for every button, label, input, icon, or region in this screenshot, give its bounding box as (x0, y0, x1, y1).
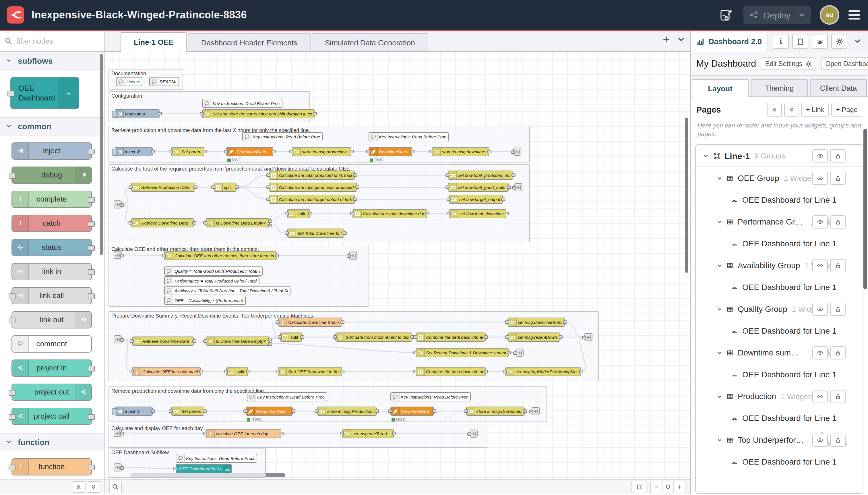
lock-toggle-button[interactable] (830, 259, 846, 272)
change-node[interactable]: set msg.recentDowntime (507, 332, 560, 342)
tree-widget-row[interactable]: OEE Dashboard for Line 1 (696, 276, 863, 298)
comment-node[interactable]: Key Instructions: Read Before Proceeding (202, 99, 282, 108)
tree-group-row[interactable]: Production 1 Widgets (696, 385, 863, 407)
ai-assistant-icon[interactable] (718, 7, 734, 23)
tree-widget-row[interactable]: OEE Dashboard for Line 1 (696, 189, 863, 211)
chevron-down-icon[interactable] (716, 437, 723, 443)
split-node[interactable]: split (287, 209, 310, 218)
comment-node[interactable]: Key Instructions: Read Before Proceeding (368, 132, 449, 141)
switch-node[interactable]: Is Downtime Data Empty? (206, 218, 270, 227)
inject-node[interactable]: inject ↺ (115, 407, 153, 416)
add-flow-button[interactable] (662, 36, 670, 43)
link-out-node[interactable] (585, 333, 592, 341)
palette-node-catch[interactable]: !catch (12, 215, 92, 232)
change-node[interactable]: Retrieve Production Data (131, 183, 195, 192)
change-node[interactable]: set flow.total_good_units (448, 183, 509, 192)
add-page-button[interactable]: +Page (831, 103, 862, 117)
palette-node-project-in[interactable]: project in (12, 359, 92, 376)
change-node[interactable]: store in msg.production_data (292, 147, 351, 156)
join-node[interactable]: Combine the data back into an array. (416, 367, 486, 376)
tree-widget-row[interactable]: OEE Dashboard for Line 1 (696, 363, 863, 385)
navigator-toggle-button[interactable] (631, 480, 646, 493)
add-link-button[interactable]: ++ LinkLink (801, 103, 829, 117)
flow-group[interactable]: Calculate and display OEE for each day. (108, 424, 487, 448)
palette-node-link-out[interactable]: link out (12, 311, 92, 328)
lock-toggle-button[interactable] (830, 149, 846, 162)
palette-node-complete[interactable]: !complete (12, 190, 92, 208)
data-node[interactable]: ProductionData (246, 407, 293, 416)
link-out-node[interactable] (514, 183, 522, 191)
palette-node-inject[interactable]: inject (12, 142, 92, 159)
tree-group-row[interactable]: Top Underperformi... 1Widgets (696, 429, 863, 451)
split-node[interactable]: split (226, 367, 248, 376)
change-node[interactable]: Set and store the current line and shift… (202, 109, 315, 118)
link-in-node[interactable] (114, 463, 122, 472)
comment-node[interactable]: README (149, 77, 179, 86)
tree-widget-row[interactable]: OEE Dashboard for Line 1 (696, 451, 863, 473)
comment-node[interactable]: Performance = Total Produced Units / Tot… (164, 276, 259, 285)
subflow-node[interactable]: OEE Dashboard for Line 1 (176, 464, 232, 473)
chevron-down-icon[interactable] (716, 349, 723, 356)
change-node[interactable]: store in msg.DowntimeData (466, 407, 525, 416)
chevron-down-icon[interactable] (716, 262, 723, 269)
layout-tree[interactable]: Line-1 9 Groups OEE Group 1 Widgets OEE … (695, 144, 863, 494)
change-node[interactable]: set msg.downtimeSummery (507, 318, 565, 327)
flow-group[interactable]: Retrieve production and downtime data fr… (108, 126, 530, 163)
chevron-down-icon[interactable] (703, 152, 709, 159)
canvas-search-button[interactable] (109, 480, 122, 493)
help-tab-button[interactable] (792, 34, 808, 49)
split-node[interactable]: split (280, 332, 302, 342)
change-node[interactable]: Calculate OEE and other metrics, then st… (164, 251, 277, 260)
comment-node[interactable]: Availavity = (Total Shift Duration - Tot… (164, 286, 291, 295)
tree-group-row[interactable]: OEE Group 1 Widgets (696, 167, 863, 189)
palette-node-OEE-Dashboard[interactable]: OEEDashboard (10, 76, 79, 109)
data-node[interactable]: ProductionData (226, 147, 273, 156)
link-in-node[interactable] (114, 251, 122, 259)
deploy-button[interactable]: Deploy (744, 6, 811, 24)
visibility-toggle-button[interactable] (812, 171, 828, 185)
data-node[interactable]: DowntimeData (390, 407, 434, 416)
zoom-in-button[interactable] (673, 480, 685, 493)
comment-node[interactable]: Key Instructions: Read Before Proceeding (242, 132, 323, 141)
tab-dashboard-2-0[interactable]: Dashboard 2.0 (691, 31, 768, 52)
chevron-down-icon[interactable] (716, 175, 723, 181)
sort-node[interactable]: Sort OEE from worst to best (278, 367, 342, 376)
palette-node-comment[interactable]: comment (12, 335, 92, 352)
lock-toggle-button[interactable] (830, 433, 846, 446)
flow-group[interactable]: Retrieve production and downtime data fr… (108, 387, 547, 422)
visibility-toggle-button[interactable] (812, 302, 828, 315)
flow-tab-Simulated-Data-Generation[interactable]: Simulated Data Generation (312, 33, 428, 51)
function-node[interactable]: fCalculate Downtime Summery (278, 318, 342, 327)
flow-tab-Line-1-OEE[interactable]: Line-1 OEE (121, 32, 187, 52)
comment-node[interactable]: OEE = (Availability) * (Performance) * (… (164, 296, 246, 305)
change-node[interactable]: set flow.total_produced_units (448, 171, 513, 180)
link-in-node[interactable] (114, 200, 122, 208)
edit-settings-button[interactable]: Edit Settings (761, 57, 816, 70)
switch-node[interactable]: Is Downtime Data Empty? (206, 337, 270, 346)
link-out-node[interactable] (513, 148, 521, 156)
visibility-toggle-button[interactable] (812, 149, 828, 162)
palette-section-subflows[interactable]: subflows (0, 51, 104, 70)
palette-node-project-call[interactable]: project call (12, 407, 92, 425)
user-avatar[interactable]: su (820, 5, 839, 25)
visibility-toggle-button[interactable] (812, 259, 828, 272)
tree-group-row[interactable]: Quality Group 1 Widgets (696, 298, 863, 320)
comment-node[interactable]: License (116, 77, 142, 86)
data-node[interactable]: DowntimeData (368, 147, 412, 156)
change-node[interactable]: Retrieve Downtime Data (131, 218, 194, 227)
tab-list-caret-icon[interactable] (678, 37, 684, 41)
comment-node[interactable]: Quality = Total Good Units Produced / To… (164, 267, 263, 276)
calc-node[interactable]: Calculate the total target output of tod… (269, 195, 355, 204)
link-out-node[interactable] (470, 429, 478, 438)
change-node[interactable]: Set params (171, 147, 204, 156)
palette-node-status[interactable]: status (12, 239, 92, 256)
change-node[interactable]: set flow.total_downtime (449, 209, 506, 218)
palette-node-debug[interactable]: debug (12, 166, 92, 184)
calc-node[interactable]: Calculate the total produced units today (269, 171, 355, 180)
zoom-reset-button[interactable] (662, 480, 674, 493)
comment-node[interactable]: Key Instructions: Read Before Proceeding (247, 392, 327, 402)
change-node[interactable]: store in msg.downtime_data (432, 147, 489, 156)
visibility-toggle-button[interactable] (812, 390, 828, 403)
calc-node[interactable]: Calculate the total downtime duration (352, 209, 427, 218)
function-node[interactable]: fcalculate OEE for each day (206, 429, 281, 438)
